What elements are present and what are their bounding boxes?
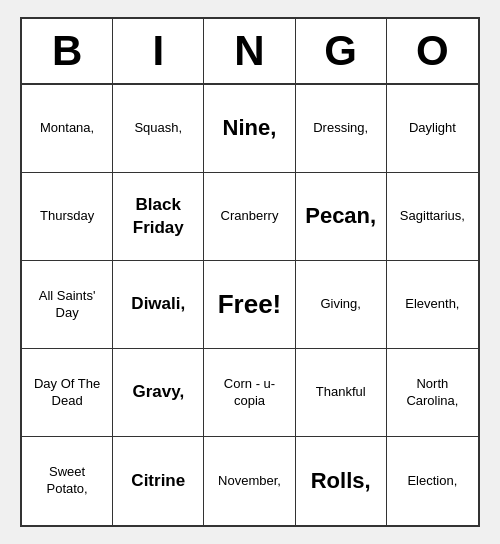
bingo-cell-13: Giving, bbox=[296, 261, 387, 349]
bingo-cell-24: Election, bbox=[387, 437, 478, 525]
bingo-cell-16: Gravy, bbox=[113, 349, 204, 437]
bingo-card: B I N G O Montana,Squash,Nine,Dressing,D… bbox=[20, 17, 480, 527]
bingo-cell-12: Free! bbox=[204, 261, 295, 349]
bingo-cell-6: Black Friday bbox=[113, 173, 204, 261]
bingo-cell-23: Rolls, bbox=[296, 437, 387, 525]
header-o: O bbox=[387, 19, 478, 83]
bingo-cell-21: Citrine bbox=[113, 437, 204, 525]
bingo-cell-2: Nine, bbox=[204, 85, 295, 173]
bingo-cell-20: Sweet Potato, bbox=[22, 437, 113, 525]
bingo-cell-15: Day Of The Dead bbox=[22, 349, 113, 437]
bingo-cell-14: Eleventh, bbox=[387, 261, 478, 349]
bingo-cell-19: North Carolina, bbox=[387, 349, 478, 437]
bingo-cell-7: Cranberry bbox=[204, 173, 295, 261]
header-i: I bbox=[113, 19, 204, 83]
bingo-cell-5: Thursday bbox=[22, 173, 113, 261]
bingo-cell-0: Montana, bbox=[22, 85, 113, 173]
bingo-grid: Montana,Squash,Nine,Dressing,DaylightThu… bbox=[22, 85, 478, 525]
bingo-cell-11: Diwali, bbox=[113, 261, 204, 349]
bingo-cell-17: Corn - u- copia bbox=[204, 349, 295, 437]
bingo-cell-8: Pecan, bbox=[296, 173, 387, 261]
header-g: G bbox=[296, 19, 387, 83]
bingo-cell-1: Squash, bbox=[113, 85, 204, 173]
bingo-cell-3: Dressing, bbox=[296, 85, 387, 173]
bingo-cell-4: Daylight bbox=[387, 85, 478, 173]
bingo-cell-10: All Saints' Day bbox=[22, 261, 113, 349]
bingo-cell-18: Thankful bbox=[296, 349, 387, 437]
bingo-header: B I N G O bbox=[22, 19, 478, 85]
bingo-cell-9: Sagittarius, bbox=[387, 173, 478, 261]
bingo-cell-22: November, bbox=[204, 437, 295, 525]
header-n: N bbox=[204, 19, 295, 83]
header-b: B bbox=[22, 19, 113, 83]
